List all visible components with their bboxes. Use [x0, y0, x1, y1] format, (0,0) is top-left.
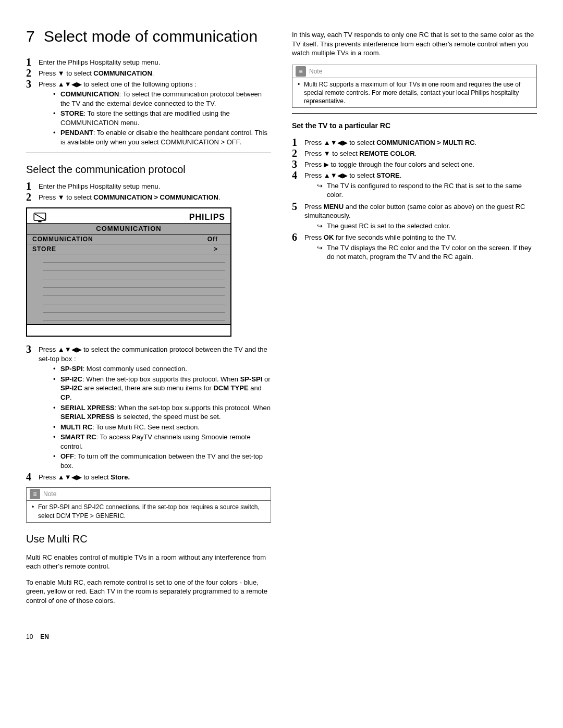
section-heading: Use Multi RC: [26, 532, 271, 546]
intro-steps: 1Enter the Philips Hospitality setup men…: [26, 57, 271, 148]
subsection-heading: Set the TV to a particular RC: [292, 121, 537, 131]
note-icon: ≡: [30, 489, 40, 499]
paragraph: In this way, each TV responds to only on…: [292, 30, 537, 58]
chapter-heading: 7Select mode of communication: [26, 26, 271, 47]
paragraph: To enable Multi RC, each remote control …: [26, 578, 271, 606]
page-footer: 10EN: [26, 633, 537, 641]
note-text: Multi RC supports a maximum of four TVs …: [297, 80, 532, 106]
steps-list: 1Enter the Philips Hospitality setup men…: [26, 181, 271, 202]
divider: [26, 153, 271, 153]
menu-screenshot: PHILIPS COMMUNICATION COMMUNICATIONOffST…: [26, 207, 231, 337]
menu-title: COMMUNICATION: [27, 223, 230, 235]
note-box: ≡Note For SP-SPI and SP-I2C connections,…: [26, 487, 271, 522]
steps-list: 1Press ▲▼◀▶ to select COMMUNICATION > MU…: [292, 137, 537, 263]
note-text: For SP-SPI and SP-I2C connections, if th…: [31, 503, 266, 520]
steps-list: 3Press ▲▼◀▶ to select the communication …: [26, 344, 271, 482]
section-heading: Select the communication protocol: [26, 163, 271, 177]
brand-label: PHILIPS: [189, 212, 225, 223]
paragraph: Multi RC enables control of multiple TVs…: [26, 553, 271, 571]
note-box: ≡Note Multi RC supports a maximum of fou…: [292, 65, 537, 108]
svg-rect-1: [38, 221, 41, 223]
divider: [292, 113, 537, 114]
note-icon: ≡: [296, 66, 306, 77]
tv-icon: [32, 211, 49, 223]
